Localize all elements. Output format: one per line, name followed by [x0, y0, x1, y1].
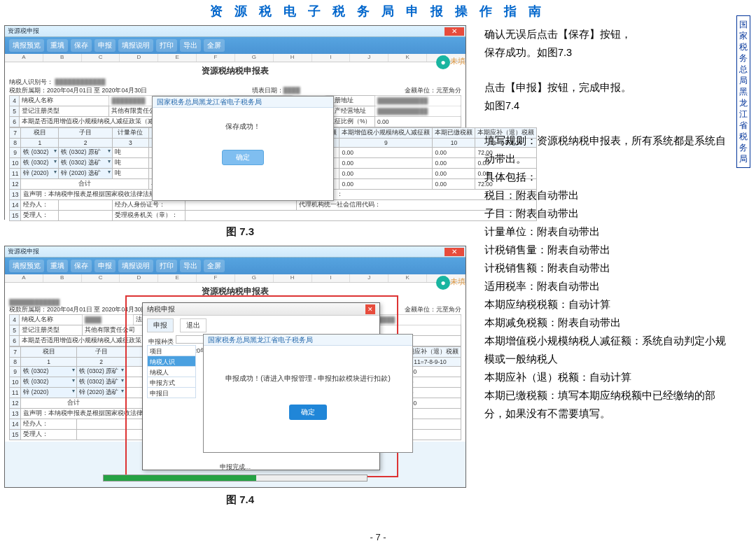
- cell-a[interactable]: 铁 (0302): [21, 367, 76, 377]
- tb-reset[interactable]: 重填: [47, 39, 68, 52]
- submit-success-popup: 国家税务总局黑龙江省电子税务局 申报成功！(请进入申报管理 - 申报扣款模块进行…: [203, 334, 413, 453]
- lbl-type: 申报种类: [148, 338, 174, 345]
- fill-date: 填表日期：████: [220, 87, 332, 95]
- figure-7-4-caption: 图 7.4: [4, 491, 476, 514]
- idx9: 9: [340, 139, 433, 148]
- cell-b[interactable]: 铁 (0302) 原矿: [59, 148, 112, 158]
- close-icon[interactable]: ✕: [365, 304, 375, 314]
- idx3: 3: [112, 139, 148, 148]
- dialog-ok-button[interactable]: 确定: [222, 150, 264, 165]
- colF: F: [197, 54, 235, 62]
- idx1: 1: [21, 139, 59, 148]
- cell-b[interactable]: 铁 (0302) 原矿: [76, 367, 125, 377]
- h-taxitem: 税目: [21, 128, 59, 139]
- taxpayer-id-value: ████████████: [9, 299, 59, 306]
- cell-b[interactable]: 锌 (2020) 选矿: [59, 169, 112, 179]
- window-titlebar: 资源税申报 ✕: [5, 26, 465, 37]
- sign-handler: 经办人：: [21, 419, 76, 430]
- list-item[interactable]: 纳税人: [147, 366, 196, 377]
- colE: E: [158, 54, 197, 62]
- taxpayer-id-value: ████████████: [55, 78, 105, 85]
- sign-accept: 受理人：: [21, 211, 59, 221]
- tb-help[interactable]: 填报说明: [118, 39, 153, 52]
- tb-save[interactable]: 保存: [71, 39, 92, 52]
- tot8: 0.00: [340, 179, 433, 190]
- submit-dialog-title: 纳税申报 ✕: [143, 303, 379, 316]
- window-title: 资源税申报: [8, 247, 39, 256]
- col: C: [82, 274, 120, 282]
- figure-7-4: 资源税申报 ✕ 填报预览 重填 保存 申报 填报说明 打印 导出 全屏 ABCD…: [4, 246, 466, 488]
- tag-icon[interactable]: ●: [436, 55, 450, 69]
- window-titlebar: 资源税申报 ✕: [5, 246, 465, 258]
- cell-a[interactable]: 铁 (0302): [21, 148, 59, 158]
- col: B: [43, 274, 82, 282]
- app-toolbar: 填报预览 重填 保存 申报 填报说明 打印 导出 全屏: [5, 37, 465, 54]
- cell-b[interactable]: 铁 (0302) 选矿: [59, 158, 112, 169]
- sign-accept: 受理人：: [21, 430, 76, 440]
- instr-line: 具体包括：: [484, 168, 733, 186]
- cell-a[interactable]: 铁 (0302): [21, 158, 59, 169]
- form-title: 资源税纳税申报表: [9, 64, 461, 78]
- cell-a[interactable]: 锌 (2020): [21, 169, 59, 179]
- tb-fullscreen[interactable]: 全屏: [204, 260, 225, 272]
- idx2: 2: [76, 358, 125, 367]
- list-item[interactable]: 申报方式: [147, 377, 196, 388]
- cell-a[interactable]: 铁 (0302): [21, 377, 76, 388]
- h-sub: 子目: [76, 347, 125, 358]
- tag-icon[interactable]: ●: [436, 276, 450, 290]
- tot10: 0.00: [433, 179, 475, 190]
- list-item[interactable]: 项目: [147, 345, 196, 356]
- instr-line: 计量单位：附表自动带出: [484, 223, 733, 241]
- cell-n8: 0.00: [340, 169, 433, 179]
- col: A: [5, 274, 43, 282]
- col: J: [350, 274, 388, 282]
- submit-tab-apply[interactable]: 申报: [147, 318, 174, 332]
- colG: G: [235, 54, 274, 62]
- tb-reset[interactable]: 重填: [47, 260, 68, 272]
- total-label: 合计: [21, 179, 149, 190]
- tb-submit[interactable]: 申报: [94, 260, 115, 272]
- status-badge: 未填: [450, 276, 465, 287]
- cell-b[interactable]: 铁 (0302) 选矿: [76, 377, 125, 388]
- cell-n10[interactable]: 0.00: [433, 158, 475, 169]
- tb-preview[interactable]: 填报预览: [9, 39, 44, 52]
- tb-submit[interactable]: 申报: [94, 39, 115, 52]
- close-icon[interactable]: ✕: [444, 27, 464, 36]
- tb-save[interactable]: 保存: [71, 260, 92, 272]
- instr-line: 本期应纳税税额：自动计算: [484, 295, 733, 314]
- tb-export[interactable]: 导出: [180, 260, 201, 272]
- cell-n10[interactable]: 0.00: [433, 169, 475, 179]
- app-toolbar: 填报预览 重填 保存 申报 填报说明 打印 导出 全屏: [5, 258, 465, 274]
- h-sub: 子目: [59, 128, 112, 139]
- cell-n10[interactable]: 0.00: [433, 148, 475, 158]
- excel-col-headers: A B C D E F G H I J K L: [5, 54, 465, 62]
- cell-a[interactable]: 锌 (2020): [21, 388, 76, 398]
- submit-tab-exit[interactable]: 退出: [180, 318, 206, 332]
- val-opaddr: ████████████: [374, 106, 461, 117]
- list-item[interactable]: 申报日: [147, 387, 196, 398]
- cell-b[interactable]: 锌 (2020) 选矿: [76, 388, 125, 398]
- idx10: 10: [433, 139, 475, 148]
- instr-line: 本期已缴税额：填写本期应纳税额中已经缴纳的部分，如果没有不需要填写。: [484, 386, 733, 423]
- tb-print[interactable]: 打印: [156, 260, 177, 272]
- colD: D: [120, 54, 158, 62]
- instr-line: 点击【申报】按钮，完成申报。: [484, 78, 733, 97]
- col: G: [235, 274, 274, 282]
- colK: K: [388, 54, 427, 62]
- tb-help[interactable]: 填报说明: [118, 260, 153, 272]
- instr-line: 子目：附表自动带出: [484, 204, 733, 223]
- close-icon[interactable]: ✕: [444, 248, 464, 256]
- instr-line: 填写规则：资源税纳税申报表，所有系统都是系统自动带出。: [484, 132, 733, 168]
- col: K: [388, 274, 427, 282]
- list-item[interactable]: 纳税人识: [147, 356, 196, 367]
- colJ: J: [350, 54, 388, 62]
- popup-header: 国家税务总局黑龙江省电子税务局: [204, 335, 412, 346]
- tb-fullscreen[interactable]: 全屏: [204, 39, 225, 52]
- col: F: [197, 274, 235, 282]
- tb-print[interactable]: 打印: [156, 39, 177, 52]
- tb-export[interactable]: 导出: [180, 39, 201, 52]
- instr-line: 保存成功。如图7.3: [484, 43, 733, 62]
- tb-preview[interactable]: 填报预览: [9, 260, 44, 272]
- unit-label: 金额单位：元至角分: [405, 87, 461, 95]
- popup-ok-button[interactable]: 确定: [289, 405, 327, 420]
